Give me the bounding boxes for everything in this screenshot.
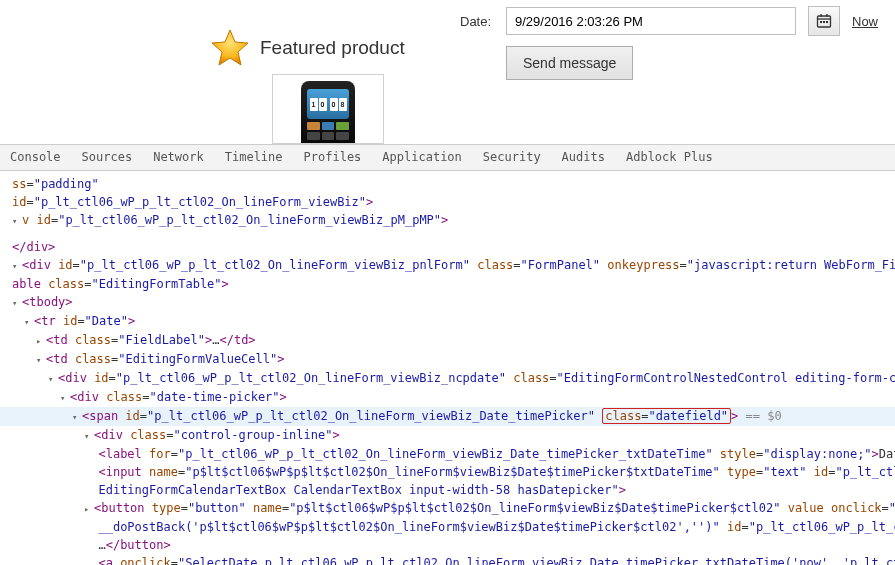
devtools-panel: Console Sources Network Timeline Profile…: [0, 144, 895, 565]
send-message-button[interactable]: Send message: [506, 46, 633, 80]
phone-image: 1 0 0 8: [301, 81, 355, 144]
calendar-button[interactable]: [808, 6, 840, 36]
calendar-icon: [816, 13, 832, 29]
svg-rect-4: [820, 21, 822, 23]
devtools-tab[interactable]: Console: [0, 145, 71, 170]
star-icon: [210, 28, 250, 68]
devtools-tab[interactable]: Audits: [552, 145, 615, 170]
date-input[interactable]: [506, 7, 796, 35]
clock-digit: 1: [310, 98, 318, 111]
elements-tree[interactable]: ss="padding" id="p_lt_ctl06_wP_p_lt_ctl0…: [0, 171, 895, 565]
devtools-tab[interactable]: Sources: [72, 145, 143, 170]
devtools-tab[interactable]: Timeline: [215, 145, 293, 170]
svg-rect-6: [826, 21, 828, 23]
featured-product-title: Featured product: [260, 37, 405, 59]
svg-rect-5: [823, 21, 825, 23]
devtools-tab[interactable]: Profiles: [294, 145, 372, 170]
devtools-tab[interactable]: Adblock Plus: [616, 145, 723, 170]
devtools-tabs: Console Sources Network Timeline Profile…: [0, 145, 895, 171]
devtools-tab[interactable]: Security: [473, 145, 551, 170]
clock-digit: 0: [319, 98, 327, 111]
selected-element-line[interactable]: <span id="p_lt_ctl06_wP_p_lt_ctl02_On_li…: [0, 407, 895, 426]
date-label: Date:: [460, 14, 494, 29]
devtools-tab[interactable]: Application: [372, 145, 471, 170]
clock-digit: 8: [339, 98, 347, 111]
now-link[interactable]: Now: [852, 14, 878, 29]
clock-digit: 0: [330, 98, 338, 111]
product-card[interactable]: 1 0 0 8: [272, 74, 384, 144]
devtools-tab[interactable]: Network: [143, 145, 214, 170]
